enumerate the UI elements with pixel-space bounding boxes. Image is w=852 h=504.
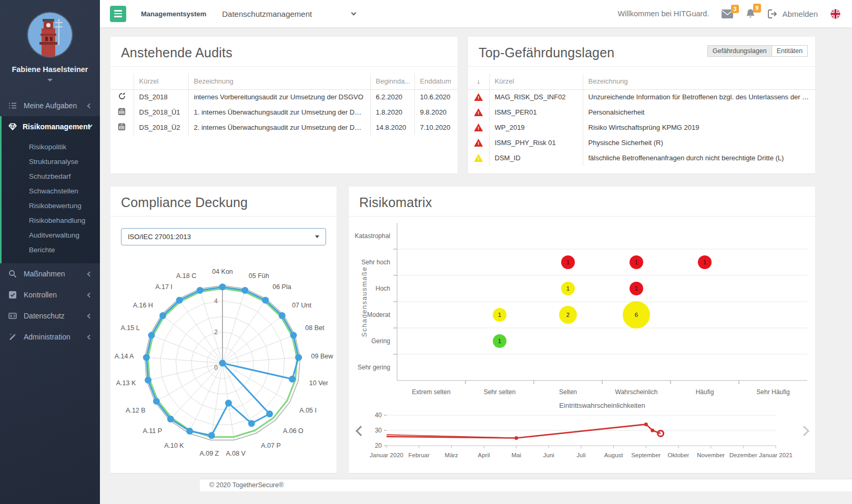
radar-point[interactable] [167, 416, 174, 423]
radar-point[interactable] [197, 287, 204, 294]
chevron-left-icon [87, 334, 93, 340]
column-header[interactable]: Bezeichnung [188, 74, 370, 89]
column-header[interactable]: Kürzel [489, 74, 583, 89]
messages-badge: 3 [731, 5, 739, 14]
sidebar-subitem-risikobewertung[interactable]: Risikobewertung [2, 198, 100, 213]
chevron-down-icon[interactable] [47, 79, 53, 81]
radar-axis-label: 07 Unt [292, 302, 311, 309]
sidebar-item-label: Kontrollen [24, 291, 88, 299]
radar-point[interactable] [279, 312, 286, 319]
table-row[interactable]: DS_2018_Ü1 1. internes Überwachungsaudit… [110, 105, 458, 120]
footer: © 2020 TogetherSecure® [200, 479, 852, 491]
logout-button[interactable]: Abmelden [768, 9, 818, 18]
trend-month-label: Mai [511, 452, 521, 458]
logout-label: Abmelden [782, 9, 818, 18]
table-row[interactable]: WP_2019 Risiko Wirtschaftsprüng KPMG 201… [468, 120, 815, 135]
radar-point[interactable] [186, 428, 193, 435]
id-card-icon [8, 312, 18, 320]
sidebar-item-risikomanagement[interactable]: Risikomanagement [2, 116, 100, 137]
hamburger-menu-button[interactable] [110, 6, 126, 22]
column-header[interactable]: Bezeichnung [583, 74, 815, 89]
radar-point[interactable] [262, 297, 269, 304]
matrix-y-label: Hoch [376, 285, 390, 292]
trend-tick-label: 30 [375, 427, 382, 434]
warning-triangle-icon [474, 139, 483, 147]
radar-point[interactable] [143, 354, 150, 361]
radar-point[interactable] [219, 283, 226, 290]
radar-point[interactable] [219, 360, 226, 367]
sidebar: Fabiene Haselsteiner Meine Aufgaben Risi… [0, 0, 100, 504]
sort-descending-icon[interactable]: ↓ [468, 74, 489, 89]
sidebar-subitem-strukturanalyse[interactable]: Strukturanalyse [2, 154, 100, 169]
module-select[interactable]: Datenschutzmanagement [220, 6, 358, 22]
table-row[interactable]: DSM_ID fälschliche Betroffenenanfragen d… [468, 150, 815, 166]
radar-point[interactable] [248, 420, 255, 427]
sign-out-icon [768, 9, 778, 18]
user-profile[interactable]: Fabiene Haselsteiner [0, 0, 100, 81]
audits-card-title: Anstehende Audits [121, 45, 232, 60]
radar-point[interactable] [225, 400, 232, 407]
sidebar-subitem-berichte[interactable]: Berichte [2, 242, 100, 257]
radar-axis-label: A.08 V [226, 450, 246, 457]
language-flag-button[interactable] [830, 9, 840, 19]
table-row[interactable]: MAG_RISK_DS_INF02 Unzureichende Informat… [468, 89, 815, 105]
sidebar-item-datenschutz[interactable]: Datenschutz [0, 305, 100, 326]
trend-point[interactable] [644, 423, 648, 426]
standard-select-value: ISO/IEC 27001:2013 [128, 233, 191, 241]
risk-bubble-count: 1 [566, 259, 570, 265]
radar-axis-label: A.10 K [164, 442, 184, 449]
sidebar-item-administration[interactable]: Administration [0, 326, 100, 347]
radar-spoke [147, 363, 222, 380]
sidebar-item-kontrollen[interactable]: Kontrollen [0, 284, 100, 305]
calendar-icon [110, 105, 134, 120]
radar-point[interactable] [290, 332, 297, 339]
audit-kuerzel: DS_2018_Ü2 [134, 120, 188, 135]
radar-point[interactable] [176, 297, 183, 304]
compliance-card-title: Compliance Deckung [121, 195, 248, 210]
matrix-y-label: Katastrophal [355, 232, 390, 240]
sidebar-subitem-schwachstellen[interactable]: Schwachstellen [2, 183, 100, 198]
avatar[interactable] [27, 12, 73, 58]
compliance-card: Compliance Deckung ISO/IEC 27001:2013 02… [110, 187, 337, 473]
risk-bubble-count: 1 [498, 312, 501, 318]
trend-month-label: Januar 2020 [370, 452, 403, 458]
entitaeten-toggle-button[interactable]: Entitäten [772, 45, 808, 57]
hazard-kuerzel: MAG_RISK_DS_INF02 [489, 89, 583, 105]
notifications-button[interactable]: 9 [746, 8, 755, 19]
hazards-table-header: ↓ Kürzel Bezeichnung [468, 74, 815, 89]
table-row[interactable]: ISMS_PER01 Personalsicherheit [468, 105, 815, 120]
audit-bezeichnung: 2. internes Überwachungsaudit zur Umsetz… [188, 120, 370, 135]
sidebar-subitem-auditverwaltung[interactable]: Auditverwaltung [2, 228, 100, 242]
radar-point[interactable] [148, 332, 155, 339]
table-row[interactable]: DS_2018_Ü2 2. internes Überwachungsaudit… [110, 120, 458, 135]
gefaehrdungslagen-toggle-button[interactable]: Gefährdungslagen [707, 45, 772, 57]
sidebar-item-label: Maßnahmen [24, 270, 88, 278]
radar-point[interactable] [295, 354, 302, 361]
trend-point[interactable] [651, 429, 654, 433]
radar-point[interactable] [208, 432, 215, 439]
hazards-card: Top-Gefährdungslagen Gefährdungslagen En… [468, 37, 815, 173]
sidebar-item-meine-aufgaben[interactable]: Meine Aufgaben [0, 95, 100, 116]
sidebar-subitem-schutzbedarf[interactable]: Schutzbedarf [2, 169, 100, 183]
trend-point[interactable] [514, 436, 518, 440]
sidebar-item-massnahmen[interactable]: Maßnahmen [0, 263, 100, 284]
sidebar-subitem-risikopolitik[interactable]: Risikopolitik [2, 139, 100, 154]
radar-point[interactable] [289, 376, 296, 383]
sidebar-subitem-risikobehandlung[interactable]: Risikobehandlung [2, 213, 100, 228]
search-icon [8, 270, 18, 278]
table-row[interactable]: DS_2018 internes Vorbereitungsaudit zur … [110, 89, 458, 105]
risk-bubble-count: 6 [635, 312, 638, 318]
radar-spoke [169, 363, 222, 420]
radar-point[interactable] [145, 377, 151, 384]
radar-point[interactable] [241, 287, 248, 294]
radar-point[interactable] [153, 398, 160, 405]
column-header[interactable]: Enddatum [414, 74, 458, 89]
radar-point[interactable] [266, 410, 273, 417]
standard-select[interactable]: ISO/IEC 27001:2013 [121, 228, 326, 245]
table-row[interactable]: ISMS_PHY_Risk 01 Physische Sicherheit (R… [468, 135, 815, 150]
column-header[interactable]: Kürzel [134, 74, 188, 89]
radar-point[interactable] [159, 312, 166, 319]
brand-label: Managementsystem [141, 10, 206, 18]
column-header[interactable]: Beginnda... [370, 74, 414, 89]
messages-button[interactable]: 3 [722, 9, 733, 18]
